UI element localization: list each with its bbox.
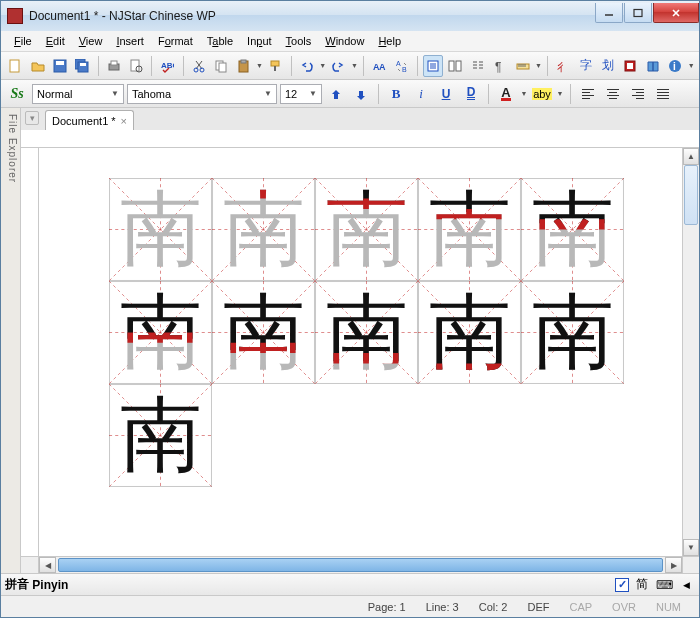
size-combo[interactable]: 12▼ [280, 84, 322, 104]
paste-icon[interactable] [233, 55, 253, 77]
align-left-icon[interactable] [577, 83, 599, 105]
double-underline-button[interactable]: D [460, 83, 482, 105]
scroll-down-icon[interactable]: ▼ [683, 539, 699, 556]
print-preview-icon[interactable] [126, 55, 146, 77]
stroke-order-grid: 南南 南南南 南南南 南南南 南南南 南南南 南南南 [109, 178, 624, 487]
ime-keyboard-icon[interactable]: ⌨ [655, 576, 673, 594]
menu-view[interactable]: View [72, 33, 110, 49]
undo-dropdown[interactable]: ▼ [319, 55, 326, 77]
highlight-dropdown[interactable]: ▼ [556, 83, 564, 105]
menu-insert[interactable]: Insert [109, 33, 151, 49]
align-right-icon[interactable] [627, 83, 649, 105]
stroke-hua-icon[interactable]: 划 [598, 55, 618, 77]
stroke-cell-3: 南南南 [315, 178, 418, 281]
file-explorer-panel[interactable]: File Explorer [1, 108, 21, 573]
ime-checkbox[interactable]: ✓ [615, 578, 629, 592]
menu-edit[interactable]: Edit [39, 33, 72, 49]
open-icon[interactable] [27, 55, 47, 77]
shrink-font-icon[interactable] [350, 83, 372, 105]
menu-file[interactable]: File [7, 33, 39, 49]
style-combo[interactable]: Normal▼ [32, 84, 124, 104]
horizontal-ruler[interactable] [21, 130, 699, 148]
scroll-right-icon[interactable]: ▶ [665, 557, 682, 573]
svg-text:A: A [379, 62, 386, 72]
print-icon[interactable] [104, 55, 124, 77]
view-normal-icon[interactable] [423, 55, 443, 77]
radical-lookup-icon[interactable]: 彳 [553, 55, 573, 77]
vertical-scrollbar[interactable]: ▲ ▼ [682, 148, 699, 556]
menu-tools[interactable]: Tools [279, 33, 319, 49]
italic-button[interactable]: i [410, 83, 432, 105]
save-icon[interactable] [50, 55, 70, 77]
ime-bar: 拼音 Pinyin ✓ 简 ⌨ ◀ [1, 573, 699, 595]
find-icon[interactable]: AA [369, 55, 389, 77]
svg-text:¶: ¶ [495, 60, 501, 73]
menu-input[interactable]: Input [240, 33, 279, 49]
document-tabs: ▾ Document1 * × [21, 108, 699, 130]
info-dropdown[interactable]: ▼ [687, 55, 694, 77]
spellcheck-icon[interactable]: ABC [157, 55, 177, 77]
underline-button[interactable]: U [435, 83, 457, 105]
ime-simplified-button[interactable]: 简 [633, 576, 651, 594]
menu-window[interactable]: Window [318, 33, 371, 49]
status-col: Col: 2 [469, 601, 518, 613]
scroll-left-icon[interactable]: ◀ [39, 557, 56, 573]
save-all-icon[interactable] [72, 55, 92, 77]
status-cap: CAP [559, 601, 602, 613]
status-bar: Page: 1 Line: 3 Col: 2 DEF CAP OVR NUM [1, 595, 699, 617]
scroll-up-icon[interactable]: ▲ [683, 148, 699, 165]
hscroll-thumb[interactable] [58, 558, 663, 572]
char-zi-icon[interactable]: 字 [575, 55, 595, 77]
redo-dropdown[interactable]: ▼ [351, 55, 358, 77]
tab-document1[interactable]: Document1 * × [45, 110, 134, 130]
standard-toolbar: ABC ▼ ▼ ▼ AA AB ¶ ▼ 彳 字 划 i ▼ [1, 52, 699, 80]
svg-text:i: i [673, 61, 676, 72]
status-page: Page: 1 [358, 601, 416, 613]
format-painter-icon[interactable] [265, 55, 285, 77]
paste-dropdown[interactable]: ▼ [256, 55, 263, 77]
status-line: Line: 3 [416, 601, 469, 613]
info-icon[interactable]: i [665, 55, 685, 77]
view-columns-icon[interactable] [468, 55, 488, 77]
font-color-button[interactable]: A [495, 83, 517, 105]
close-button[interactable] [653, 3, 699, 23]
cut-icon[interactable] [189, 55, 209, 77]
ime-expand-icon[interactable]: ◀ [677, 576, 695, 594]
menubar: File Edit View Insert Format Table Input… [1, 31, 699, 52]
vscroll-thumb[interactable] [684, 165, 698, 225]
svg-rect-20 [219, 63, 226, 72]
grow-font-icon[interactable] [325, 83, 347, 105]
vertical-ruler[interactable] [21, 148, 39, 556]
minimize-button[interactable] [595, 3, 623, 23]
maximize-button[interactable] [624, 3, 652, 23]
font-combo[interactable]: Tahoma▼ [127, 84, 277, 104]
align-justify-icon[interactable] [652, 83, 674, 105]
align-center-icon[interactable] [602, 83, 624, 105]
menu-format[interactable]: Format [151, 33, 200, 49]
svg-rect-23 [271, 61, 279, 66]
ruler-icon[interactable] [512, 55, 532, 77]
show-paragraph-icon[interactable]: ¶ [490, 55, 510, 77]
svg-rect-33 [449, 61, 454, 71]
document-canvas[interactable]: 南南 南南南 南南南 南南南 南南南 南南南 南南南 [39, 148, 682, 556]
bold-button[interactable]: B [385, 83, 407, 105]
dictionary-icon[interactable] [620, 55, 640, 77]
copy-icon[interactable] [211, 55, 231, 77]
highlight-button[interactable]: aby [531, 83, 553, 105]
tab-list-icon[interactable]: ▾ [25, 111, 39, 125]
books-icon[interactable] [643, 55, 663, 77]
ruler-dropdown[interactable]: ▼ [535, 55, 542, 77]
font-color-dropdown[interactable]: ▼ [520, 83, 528, 105]
undo-icon[interactable] [297, 55, 317, 77]
menu-table[interactable]: Table [200, 33, 240, 49]
svg-rect-1 [634, 9, 642, 16]
stroke-cell-9: 南南南 [418, 281, 521, 384]
redo-icon[interactable] [328, 55, 348, 77]
view-layout-icon[interactable] [445, 55, 465, 77]
horizontal-scrollbar[interactable]: ◀ ▶ [39, 556, 682, 573]
new-icon[interactable] [5, 55, 25, 77]
tab-close-icon[interactable]: × [121, 115, 127, 127]
svg-rect-4 [10, 60, 19, 72]
menu-help[interactable]: Help [371, 33, 408, 49]
replace-icon[interactable]: AB [391, 55, 411, 77]
